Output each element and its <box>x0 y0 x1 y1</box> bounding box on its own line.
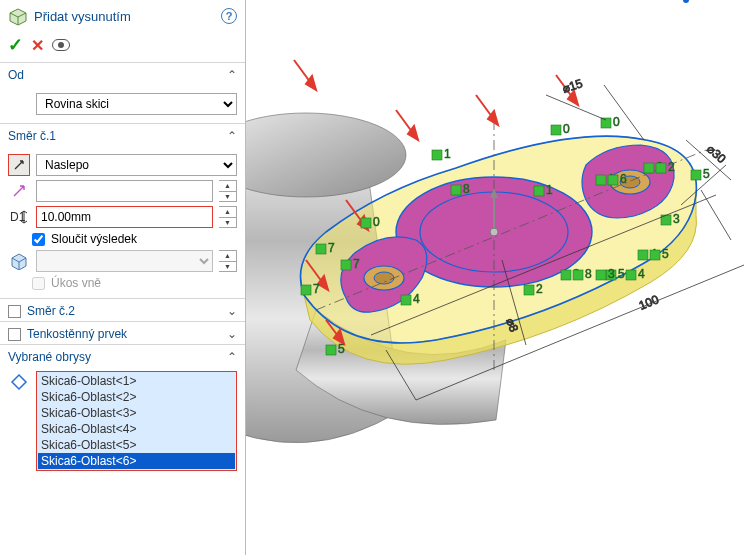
svg-rect-40 <box>534 186 544 196</box>
svg-text:2: 2 <box>668 160 675 174</box>
section-label-direction2: Směr č.2 <box>27 304 75 318</box>
svg-rect-54 <box>638 250 648 260</box>
svg-line-87 <box>701 190 731 240</box>
section-label-direction1: Směr č.1 <box>8 129 56 143</box>
svg-text:0: 0 <box>373 215 380 229</box>
origin-point <box>683 0 689 3</box>
direction-spinner[interactable]: ▲▼ <box>219 180 237 202</box>
merge-result-label: Sloučit výsledek <box>51 232 137 246</box>
draft-outward-input <box>32 277 45 290</box>
svg-point-10 <box>374 272 394 284</box>
direction2-enable-checkbox[interactable] <box>8 305 21 318</box>
svg-marker-5 <box>12 375 26 389</box>
svg-rect-32 <box>432 150 442 160</box>
section-label-contours: Vybrané obrysy <box>8 350 91 364</box>
expand-icon: ⌄ <box>227 327 237 341</box>
merge-result-checkbox[interactable]: Sloučit výsledek <box>32 232 237 246</box>
expand-icon: ⌄ <box>227 304 237 318</box>
draft-outward-label: Úkos vně <box>51 276 101 290</box>
svg-rect-50 <box>691 170 701 180</box>
svg-rect-78 <box>326 345 336 355</box>
extrude-boss-icon <box>8 6 28 26</box>
dimension-100[interactable]: 100 <box>637 292 661 313</box>
svg-rect-70 <box>316 244 326 254</box>
svg-text:4: 4 <box>413 292 420 306</box>
svg-rect-66 <box>626 270 636 280</box>
section-label-from: Od <box>8 68 24 82</box>
collapse-icon: ⌃ <box>227 68 237 82</box>
section-header-from[interactable]: Od ⌃ <box>0 62 245 85</box>
section-header-contours[interactable]: Vybrané obrysy ⌃ <box>0 344 245 367</box>
svg-rect-62 <box>573 270 583 280</box>
draft-spinner[interactable]: ▲▼ <box>219 250 237 272</box>
draft-body-icon <box>8 250 30 272</box>
list-item[interactable]: Skica6-Oblast<3> <box>38 405 235 421</box>
svg-rect-74 <box>301 285 311 295</box>
list-item[interactable]: Skica6-Oblast<4> <box>38 421 235 437</box>
ok-button[interactable]: ✓ <box>8 34 23 56</box>
svg-rect-34 <box>551 125 561 135</box>
svg-rect-46 <box>644 163 654 173</box>
reverse-direction-button[interactable] <box>8 154 30 176</box>
svg-text:8: 8 <box>585 267 592 281</box>
draft-body-select[interactable] <box>36 250 213 272</box>
svg-text:1: 1 <box>546 183 553 197</box>
reverse-arrow-icon <box>12 158 26 172</box>
graphics-viewport[interactable]: 1 0 0 8 1 1 6 6 2 5 3 4 5 5 8 8 3 4 2 7 … <box>246 0 750 555</box>
section-header-thin[interactable]: Tenkostěnný prvek ⌄ <box>0 321 245 344</box>
svg-rect-38 <box>451 185 461 195</box>
svg-text:7: 7 <box>328 241 335 255</box>
dimension-d30[interactable]: ⌀30 <box>704 142 729 166</box>
section-header-direction2[interactable]: Směr č.2 ⌄ <box>0 298 245 321</box>
svg-line-83 <box>604 85 644 140</box>
depth-icon: D1 <box>8 206 30 228</box>
list-item[interactable]: Skica6-Oblast<6> <box>38 453 235 469</box>
section-label-thin: Tenkostěnný prvek <box>27 327 127 341</box>
svg-rect-56 <box>650 250 660 260</box>
svg-point-6 <box>246 113 406 197</box>
svg-text:4: 4 <box>638 267 645 281</box>
from-select[interactable]: Rovina skici <box>36 93 237 115</box>
thin-enable-checkbox[interactable] <box>8 328 21 341</box>
svg-text:2: 2 <box>536 282 543 296</box>
svg-text:3: 3 <box>673 212 680 226</box>
collapse-icon: ⌃ <box>227 350 237 364</box>
svg-rect-44 <box>608 175 618 185</box>
list-item[interactable]: Skica6-Oblast<2> <box>38 389 235 405</box>
svg-rect-68 <box>524 285 534 295</box>
action-row: ✓ ✕ <box>0 30 245 62</box>
dimension-d15[interactable]: ⌀15 <box>561 76 585 96</box>
svg-text:3: 3 <box>608 267 615 281</box>
svg-text:8: 8 <box>463 182 470 196</box>
help-icon[interactable]: ? <box>221 8 237 24</box>
collapse-icon: ⌃ <box>227 129 237 143</box>
svg-rect-80 <box>361 218 371 228</box>
svg-text:7: 7 <box>313 282 320 296</box>
svg-rect-36 <box>601 118 611 128</box>
svg-text:5: 5 <box>618 267 625 281</box>
contours-listbox[interactable]: Skica6-Oblast<1> Skica6-Oblast<2> Skica6… <box>36 371 237 471</box>
svg-rect-72 <box>341 260 351 270</box>
list-item[interactable]: Skica6-Oblast<1> <box>38 373 235 389</box>
svg-text:0: 0 <box>563 122 570 136</box>
merge-result-input[interactable] <box>32 233 45 246</box>
list-item[interactable]: Skica6-Oblast<5> <box>38 437 235 453</box>
draft-outward-checkbox[interactable]: Úkos vně <box>32 276 237 290</box>
direction-vector-icon <box>8 180 30 202</box>
direction-vector-input[interactable] <box>36 180 213 202</box>
section-header-direction1[interactable]: Směr č.1 ⌃ <box>0 123 245 146</box>
preview-toggle-icon[interactable] <box>52 39 70 51</box>
cancel-button[interactable]: ✕ <box>31 36 44 55</box>
svg-text:0: 0 <box>613 115 620 129</box>
svg-text:1: 1 <box>444 147 451 161</box>
depth-spinner[interactable]: ▲▼ <box>219 206 237 228</box>
panel-title: Přidat vysunutím <box>34 9 215 24</box>
svg-text:5: 5 <box>338 342 345 356</box>
depth-input[interactable] <box>36 206 213 228</box>
model-view: 1 0 0 8 1 1 6 6 2 5 3 4 5 5 8 8 3 4 2 7 … <box>246 0 750 555</box>
svg-rect-42 <box>596 175 606 185</box>
svg-rect-48 <box>656 163 666 173</box>
svg-text:7: 7 <box>353 257 360 271</box>
end-condition-select[interactable]: Naslepo <box>36 154 237 176</box>
svg-rect-64 <box>596 270 606 280</box>
